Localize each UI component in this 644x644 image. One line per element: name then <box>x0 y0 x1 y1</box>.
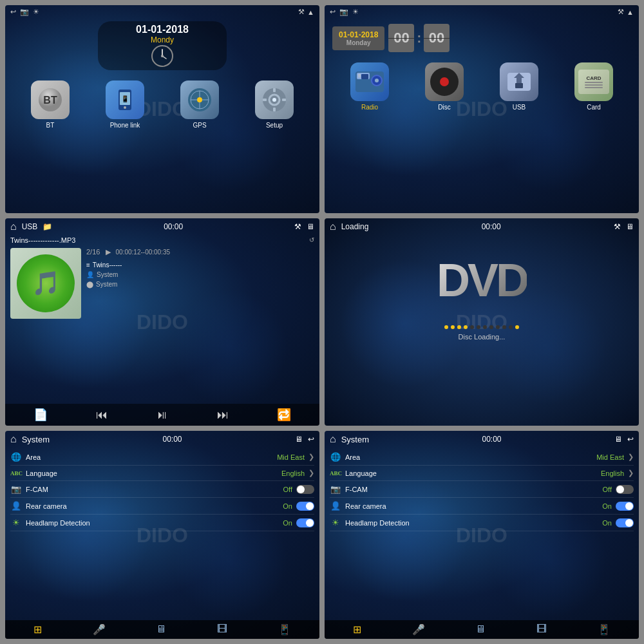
svg-text:📱: 📱 <box>121 95 129 103</box>
setting-area[interactable]: 🌐 Area Mid East ❯ <box>10 449 314 466</box>
setting-fcam[interactable]: 📷 F-CAM Off <box>330 481 634 498</box>
globe-icon: 🌐 <box>330 452 341 462</box>
taskbar-movie-icon[interactable]: 🎞 <box>536 623 547 635</box>
playlist-item-1[interactable]: 👤 System <box>86 270 314 279</box>
up-icon[interactable]: ▲ <box>627 8 634 16</box>
play-icon[interactable]: ▶ <box>106 248 111 256</box>
lamp-icon: ☀ <box>330 518 341 527</box>
area-label: Area <box>345 453 592 461</box>
image-icon[interactable]: 📷 <box>20 8 29 16</box>
phone-item[interactable]: 📱 Phone link <box>106 80 144 129</box>
fcam-toggle[interactable] <box>616 485 634 494</box>
home-icon[interactable]: ⌂ <box>330 433 336 445</box>
up-icon[interactable]: ▲ <box>307 8 314 16</box>
home-icon[interactable]: ⌂ <box>330 221 336 232</box>
setting-fcam[interactable]: 📷 F-CAM Off <box>10 481 314 498</box>
fcam-toggle[interactable] <box>296 485 314 494</box>
sys-time: 00:00 <box>482 435 501 444</box>
playlist-item-2[interactable]: ⬤ System <box>86 279 314 289</box>
album-art: 🎵 <box>10 248 81 319</box>
taskbar-phone-icon[interactable]: 📱 <box>278 623 291 636</box>
usb-icon-box[interactable] <box>500 62 538 101</box>
dvd-text: DVD <box>437 254 527 307</box>
taskbar-monitor-icon[interactable]: 🖥 <box>475 623 486 635</box>
usb-item[interactable]: USB <box>500 62 538 111</box>
headlamp-toggle[interactable] <box>296 518 314 527</box>
setting-area[interactable]: 🌐 Area Mid East ❯ <box>330 449 634 466</box>
phone-label: Phone link <box>110 122 140 129</box>
rear-toggle[interactable] <box>616 502 634 511</box>
datetime-display: 01-01-2018 Mondy <box>98 21 227 70</box>
media-icon-grid: Radio Disc USB <box>325 57 639 116</box>
taskbar-phone-icon[interactable]: 📱 <box>598 623 611 636</box>
headlamp-toggle[interactable] <box>616 518 634 527</box>
language-arrow[interactable]: ❯ <box>628 469 634 477</box>
setting-rear-camera[interactable]: 👤 Rear camera On <box>330 498 634 515</box>
gps-item[interactable]: GPS <box>180 80 219 129</box>
bt-icon-box[interactable]: BT <box>31 80 70 119</box>
disc-item[interactable]: Disc <box>425 62 464 111</box>
monitor-icon[interactable]: 🖥 <box>614 435 622 444</box>
back-icon[interactable]: ↩ <box>10 8 16 16</box>
setup-item[interactable]: Setup <box>255 80 294 129</box>
repeat-icon[interactable]: ↺ <box>309 236 314 243</box>
settings-icon[interactable]: ⚒ <box>298 8 305 16</box>
screen-system-settings-left: ⌂ System 00:00 🖥 ↩ 🌐 Area Mid East ❯ ABC… <box>5 431 319 639</box>
back-icon[interactable]: ↩ <box>308 435 314 444</box>
item-name: Twins------ <box>93 261 122 269</box>
card-icon-box[interactable]: CARD <box>574 62 613 101</box>
playlist-btn[interactable]: 📄 <box>33 408 48 422</box>
settings-icon[interactable]: ⚒ <box>618 8 624 16</box>
brightness-icon[interactable]: ☀ <box>33 8 39 16</box>
back-icon[interactable]: ↩ <box>627 435 634 444</box>
setting-language[interactable]: ABC Language English ❯ <box>10 466 314 481</box>
monitor-icon[interactable]: 🖥 <box>626 222 634 231</box>
music-note-icon: 🎵 <box>32 270 61 297</box>
card-item[interactable]: CARD Card <box>574 62 613 111</box>
phone-icon-box[interactable]: 📱 <box>106 80 144 119</box>
taskbar-mic-icon[interactable]: 🎤 <box>412 623 425 636</box>
screen-dvd-loading: ⌂ Loading 00:00 ⚒ 🖥 DVD Disc Loading... … <box>325 218 639 426</box>
area-arrow[interactable]: ❯ <box>308 453 314 461</box>
disc-icon-box[interactable] <box>425 62 464 101</box>
area-value: Mid East <box>596 453 624 461</box>
taskbar-movie-icon[interactable]: 🎞 <box>217 623 227 635</box>
rear-toggle[interactable] <box>296 502 314 511</box>
taskbar-monitor-icon[interactable]: 🖥 <box>156 623 166 635</box>
taskbar-windows-icon[interactable]: ⊞ <box>33 623 42 636</box>
repeat-btn[interactable]: 🔁 <box>277 408 291 422</box>
radio-item[interactable]: Radio <box>350 62 389 111</box>
gps-icon-box[interactable] <box>180 80 219 119</box>
folder-icon[interactable]: 📁 <box>43 222 52 231</box>
next-btn[interactable]: ⏭ <box>217 408 229 422</box>
back-icon[interactable]: ↩ <box>330 8 336 16</box>
setting-language[interactable]: ABC Language English ❯ <box>330 466 634 481</box>
rear-label: Rear camera <box>26 502 279 510</box>
setup-icon-box[interactable] <box>255 80 294 119</box>
taskbar-mic-icon[interactable]: 🎤 <box>93 623 106 636</box>
sys-time: 00:00 <box>162 435 182 444</box>
monitor-icon[interactable]: 🖥 <box>307 222 314 231</box>
flip-hour: 00 <box>388 24 414 52</box>
area-arrow[interactable]: ❯ <box>628 453 634 461</box>
prev-btn[interactable]: ⏮ <box>96 408 108 422</box>
svg-rect-19 <box>273 108 276 111</box>
settings-icon[interactable]: ⚒ <box>294 222 301 231</box>
playlist-item-0[interactable]: ≡ Twins------ <box>86 260 314 270</box>
radio-icon-box[interactable] <box>350 62 389 101</box>
abc-icon: ABC <box>330 470 341 477</box>
setting-headlamp[interactable]: ☀ Headlamp Detection On <box>330 515 634 531</box>
date-box: 01-01-2018 Monday <box>332 26 384 50</box>
home-icon[interactable]: ⌂ <box>10 433 17 445</box>
settings-icon[interactable]: ⚒ <box>614 222 621 231</box>
bt-item[interactable]: BT BT <box>31 80 70 129</box>
play-pause-btn[interactable]: ⏯ <box>156 408 168 422</box>
image-icon[interactable]: 📷 <box>339 8 348 16</box>
home-icon[interactable]: ⌂ <box>10 221 17 232</box>
setting-headlamp[interactable]: ☀ Headlamp Detection On <box>10 515 314 531</box>
setting-rear-camera[interactable]: 👤 Rear camera On <box>10 498 314 515</box>
brightness-icon[interactable]: ☀ <box>352 8 359 16</box>
language-arrow[interactable]: ❯ <box>308 469 314 477</box>
monitor-icon[interactable]: 🖥 <box>295 435 303 444</box>
taskbar-windows-icon[interactable]: ⊞ <box>353 623 361 636</box>
